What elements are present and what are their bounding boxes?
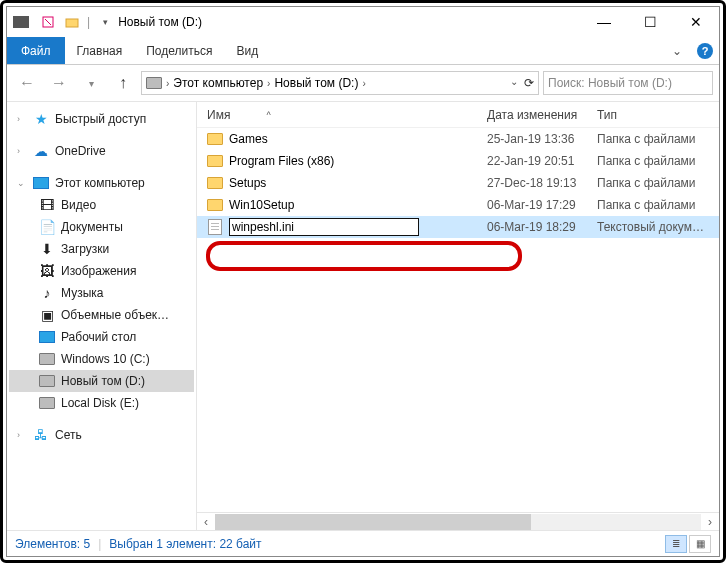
file-name: Win10Setup — [229, 198, 294, 212]
sidebar-onedrive[interactable]: › ☁ OneDrive — [9, 140, 194, 162]
rename-input[interactable] — [229, 218, 419, 236]
sidebar-quick-access[interactable]: › ★ Быстрый доступ — [9, 108, 194, 130]
search-input[interactable]: Поиск: Новый том (D:) — [543, 71, 713, 95]
file-date: 25-Jan-19 13:36 — [487, 132, 597, 146]
chevron-right-icon[interactable]: › — [17, 430, 27, 440]
chevron-down-icon[interactable]: ⌄ — [17, 178, 27, 188]
folder-icon — [207, 197, 223, 213]
cloud-icon: ☁ — [33, 143, 49, 159]
up-button[interactable]: ↑ — [109, 70, 137, 96]
properties-icon[interactable] — [39, 13, 57, 31]
search-placeholder: Поиск: Новый том (D:) — [548, 76, 672, 90]
chevron-right-icon[interactable]: › — [17, 114, 27, 124]
scroll-track[interactable] — [215, 514, 701, 530]
horizontal-scrollbar[interactable]: ‹ › — [197, 512, 719, 530]
table-row[interactable]: Program Files (x86)22-Jan-19 20:51Папка … — [197, 150, 719, 172]
document-icon: 📄 — [39, 219, 55, 235]
column-name[interactable]: Имя ^ — [197, 108, 487, 122]
tab-share[interactable]: Поделиться — [134, 37, 224, 64]
maximize-button[interactable]: ☐ — [627, 7, 673, 37]
sidebar-item-downloads[interactable]: ⬇Загрузки — [9, 238, 194, 260]
chevron-right-icon[interactable]: › — [362, 78, 365, 89]
chevron-right-icon[interactable]: › — [17, 146, 27, 156]
chevron-right-icon[interactable]: › — [267, 78, 270, 89]
file-name: Setups — [229, 176, 266, 190]
sidebar-item-label: Изображения — [61, 264, 136, 278]
sidebar-item-drive-d[interactable]: Новый том (D:) — [9, 370, 194, 392]
qat-dropdown-icon[interactable]: ▾ — [96, 13, 114, 31]
folder-icon — [207, 175, 223, 191]
music-icon: ♪ — [39, 285, 55, 301]
sidebar: › ★ Быстрый доступ › ☁ OneDrive ⌄ Этот к… — [7, 102, 197, 530]
file-tab[interactable]: Файл — [7, 37, 65, 64]
minimize-button[interactable]: — — [581, 7, 627, 37]
computer-icon — [33, 175, 49, 191]
scroll-thumb[interactable] — [215, 514, 531, 530]
titlebar: | ▾ Новый том (D:) — ☐ ✕ — [7, 7, 719, 37]
sidebar-item-label: Видео — [61, 198, 96, 212]
ribbon: Файл Главная Поделиться Вид ⌄ ? — [7, 37, 719, 65]
file-date: 27-Dec-18 19:13 — [487, 176, 597, 190]
table-row[interactable]: Games25-Jan-19 13:36Папка с файлами — [197, 128, 719, 150]
table-row[interactable]: 06-Mar-19 18:29Текстовый докум… — [197, 216, 719, 238]
sidebar-item-label: Объемные объек… — [61, 308, 169, 322]
download-icon: ⬇ — [39, 241, 55, 257]
chevron-right-icon[interactable]: › — [166, 78, 169, 89]
file-list: Имя ^ Дата изменения Тип Games25-Jan-19 … — [197, 102, 719, 530]
file-type: Папка с файлами — [597, 132, 719, 146]
qat-divider: | — [87, 15, 90, 29]
sidebar-item-music[interactable]: ♪Музыка — [9, 282, 194, 304]
file-type: Текстовый докум… — [597, 220, 719, 234]
sidebar-item-label: Local Disk (E:) — [61, 396, 139, 410]
expand-ribbon-icon[interactable]: ⌄ — [663, 37, 691, 64]
recent-dropdown[interactable]: ▾ — [77, 70, 105, 96]
close-button[interactable]: ✕ — [673, 7, 719, 37]
sidebar-item-videos[interactable]: 🎞Видео — [9, 194, 194, 216]
cube-icon: ▣ — [39, 307, 55, 323]
table-row[interactable]: Win10Setup06-Mar-19 17:29Папка с файлами — [197, 194, 719, 216]
column-date[interactable]: Дата изменения — [487, 108, 597, 122]
sidebar-item-3d[interactable]: ▣Объемные объек… — [9, 304, 194, 326]
sidebar-item-label: OneDrive — [55, 144, 106, 158]
breadcrumb[interactable]: Этот компьютер — [173, 76, 263, 90]
help-button[interactable]: ? — [691, 37, 719, 64]
refresh-icon[interactable]: ⟳ — [524, 76, 534, 90]
drive-icon — [146, 75, 162, 91]
drive-icon — [39, 351, 55, 367]
new-folder-icon[interactable] — [63, 13, 81, 31]
sidebar-item-label: Этот компьютер — [55, 176, 145, 190]
sidebar-network[interactable]: › 🖧 Сеть — [9, 424, 194, 446]
tab-view[interactable]: Вид — [224, 37, 270, 64]
view-thumbnails-button[interactable]: ▦ — [689, 535, 711, 553]
sidebar-item-drive-e[interactable]: Local Disk (E:) — [9, 392, 194, 414]
sidebar-item-pictures[interactable]: 🖼Изображения — [9, 260, 194, 282]
status-selection: Выбран 1 элемент: 22 байт — [109, 537, 261, 551]
back-button[interactable]: ← — [13, 70, 41, 96]
file-name: Games — [229, 132, 268, 146]
window-title: Новый том (D:) — [118, 15, 202, 29]
navbar: ← → ▾ ↑ › Этот компьютер › Новый том (D:… — [7, 65, 719, 101]
scroll-right-icon[interactable]: › — [701, 515, 719, 529]
address-dropdown-icon[interactable]: ⌄ — [510, 76, 518, 90]
table-row[interactable]: Setups27-Dec-18 19:13Папка с файлами — [197, 172, 719, 194]
column-type[interactable]: Тип — [597, 108, 719, 122]
tab-home[interactable]: Главная — [65, 37, 135, 64]
column-label: Имя — [207, 108, 230, 122]
sidebar-item-label: Документы — [61, 220, 123, 234]
view-details-button[interactable]: ≣ — [665, 535, 687, 553]
address-bar[interactable]: › Этот компьютер › Новый том (D:) › ⌄ ⟳ — [141, 71, 539, 95]
sidebar-item-desktop[interactable]: Рабочий стол — [9, 326, 194, 348]
scroll-left-icon[interactable]: ‹ — [197, 515, 215, 529]
sidebar-item-drive-c[interactable]: Windows 10 (C:) — [9, 348, 194, 370]
folder-icon — [207, 131, 223, 147]
folder-icon — [207, 153, 223, 169]
drive-icon — [13, 16, 29, 28]
sidebar-item-label: Музыка — [61, 286, 103, 300]
breadcrumb[interactable]: Новый том (D:) — [274, 76, 358, 90]
forward-button[interactable]: → — [45, 70, 73, 96]
sidebar-item-label: Загрузки — [61, 242, 109, 256]
sidebar-this-pc[interactable]: ⌄ Этот компьютер — [9, 172, 194, 194]
sidebar-item-documents[interactable]: 📄Документы — [9, 216, 194, 238]
quick-access-toolbar — [39, 13, 81, 31]
file-type: Папка с файлами — [597, 198, 719, 212]
